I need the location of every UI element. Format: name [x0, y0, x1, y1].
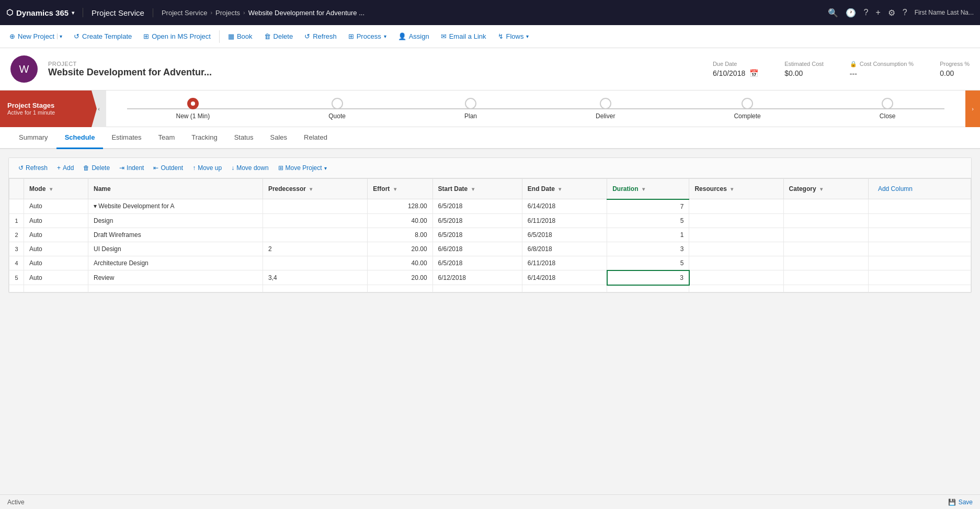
col-header-mode[interactable]: Mode ▾	[24, 179, 88, 199]
col-header-add-column[interactable]: Add Column	[868, 179, 971, 199]
stage-item-quote[interactable]: Quote	[328, 98, 346, 120]
col-header-effort[interactable]: Effort ▾	[368, 179, 432, 199]
cell-predecessor[interactable]	[263, 199, 367, 214]
cell-resources[interactable]	[689, 199, 783, 214]
cell-enddate[interactable]: 6/14/2018	[522, 270, 607, 285]
flows-button[interactable]: ↯ Flows ▾	[493, 30, 534, 43]
dynamics-brand[interactable]: ⬡ Dynamics 365 ▾	[6, 8, 83, 17]
delete-button[interactable]: 🗑 Delete	[259, 30, 299, 43]
refresh-button[interactable]: ↺ Refresh	[299, 30, 342, 43]
tab-schedule[interactable]: Schedule	[56, 127, 104, 149]
stage-item-close[interactable]: Close	[880, 98, 896, 120]
tab-summary[interactable]: Summary	[10, 127, 56, 149]
cell-resources[interactable]	[689, 213, 783, 228]
settings-icon[interactable]: ⚙	[888, 8, 895, 18]
table-row[interactable]: 2AutoDraft Wireframes8.006/5/20186/5/201…	[9, 228, 971, 242]
cell-duration[interactable]: 5	[607, 256, 689, 270]
sched-move-down-button[interactable]: ↓ Move down	[227, 162, 272, 174]
cell-mode[interactable]: Auto	[24, 228, 88, 242]
cell-startdate[interactable]: 6/5/2018	[432, 228, 522, 242]
stage-item-deliver[interactable]: Deliver	[596, 98, 615, 120]
cell-rownum[interactable]: 3	[9, 242, 24, 256]
sched-add-button[interactable]: + Add	[53, 162, 78, 174]
tab-estimates[interactable]: Estimates	[103, 127, 150, 149]
cell-name[interactable]: Review	[88, 270, 263, 285]
cell-rownum[interactable]	[9, 199, 24, 214]
cell-rownum[interactable]: 4	[9, 256, 24, 270]
cell-name[interactable]: Draft Wireframes	[88, 228, 263, 242]
cell-duration[interactable]: 5	[607, 213, 689, 228]
cell-mode[interactable]: Auto	[24, 199, 88, 214]
sched-outdent-button[interactable]: ⇤ Outdent	[149, 162, 187, 174]
resources-sort-icon[interactable]: ▾	[731, 186, 733, 192]
cell-enddate[interactable]: 6/8/2018	[522, 242, 607, 256]
cell-name[interactable]: ▾ Website Development for A	[88, 199, 263, 214]
cell-resources[interactable]	[689, 270, 783, 285]
tab-related[interactable]: Related	[295, 127, 336, 149]
cell-effort[interactable]: 40.00	[368, 256, 432, 270]
cell-addcol[interactable]	[868, 270, 971, 285]
cell-rownum[interactable]: 1	[9, 213, 24, 228]
cell-mode[interactable]: Auto	[24, 242, 88, 256]
mode-sort-icon[interactable]: ▾	[50, 186, 52, 192]
cell-effort[interactable]: 20.00	[368, 242, 432, 256]
sched-delete-button[interactable]: 🗑 Delete	[79, 162, 114, 174]
cell-enddate[interactable]: 6/11/2018	[522, 213, 607, 228]
cell-addcol[interactable]	[868, 213, 971, 228]
col-header-predecessor[interactable]: Predecessor ▾	[263, 179, 367, 199]
cell-addcol[interactable]	[868, 256, 971, 270]
create-template-button[interactable]: ↺ Create Template	[69, 30, 137, 43]
cell-category[interactable]	[783, 285, 868, 292]
cell-startdate[interactable]: 6/5/2018	[432, 199, 522, 214]
tab-status[interactable]: Status	[226, 127, 262, 149]
open-ms-project-button[interactable]: ⊞ Open in MS Project	[138, 30, 216, 43]
question-icon[interactable]: ?	[903, 8, 907, 17]
sched-indent-button[interactable]: ⇥ Indent	[115, 162, 148, 174]
cell-duration[interactable]	[607, 285, 689, 292]
search-icon[interactable]: 🔍	[828, 8, 838, 18]
table-row[interactable]: 3AutoUI Design220.006/6/20186/8/20183	[9, 242, 971, 256]
col-header-category[interactable]: Category ▾	[783, 179, 868, 199]
cell-mode[interactable]: Auto	[24, 256, 88, 270]
cell-predecessor[interactable]	[263, 256, 367, 270]
cell-category[interactable]	[783, 213, 868, 228]
help-icon[interactable]: ?	[863, 8, 868, 17]
stage-nav-right[interactable]: ›	[965, 91, 980, 127]
cell-startdate[interactable]: 6/5/2018	[432, 256, 522, 270]
table-row[interactable]: Auto▾ Website Development for A128.006/5…	[9, 199, 971, 214]
cell-addcol[interactable]	[868, 285, 971, 292]
col-header-resources[interactable]: Resources ▾	[689, 179, 783, 199]
cell-startdate[interactable]: 6/6/2018	[432, 242, 522, 256]
cell-enddate[interactable]	[522, 285, 607, 292]
effort-sort-icon[interactable]: ▾	[394, 186, 396, 192]
cell-name[interactable]: UI Design	[88, 242, 263, 256]
recent-icon[interactable]: 🕐	[846, 8, 856, 18]
stage-item-new[interactable]: New (1 Min)	[176, 98, 210, 120]
cell-category[interactable]	[783, 242, 868, 256]
sched-move-project-button[interactable]: ⊞ Move Project ▾	[274, 162, 331, 174]
book-button[interactable]: ▦ Book	[223, 30, 258, 43]
category-sort-icon[interactable]: ▾	[820, 186, 823, 192]
enddate-sort-icon[interactable]: ▾	[559, 186, 561, 192]
cell-name[interactable]: Design	[88, 213, 263, 228]
due-date-value[interactable]: 6/10/2018 📅	[713, 69, 758, 77]
new-project-dropdown-icon[interactable]: ▾	[57, 33, 62, 39]
new-project-button[interactable]: ⊕ New Project ▾	[4, 30, 67, 43]
table-row[interactable]: 1AutoDesign40.006/5/20186/11/20185	[9, 213, 971, 228]
table-row[interactable]	[9, 285, 971, 292]
col-header-duration[interactable]: Duration ▾	[607, 179, 689, 199]
cell-startdate[interactable]: 6/12/2018	[432, 270, 522, 285]
cell-resources[interactable]	[689, 242, 783, 256]
col-header-end-date[interactable]: End Date ▾	[522, 179, 607, 199]
cell-addcol[interactable]	[868, 228, 971, 242]
table-row[interactable]: 5AutoReview3,420.006/12/20186/14/20183	[9, 270, 971, 285]
cell-rownum[interactable]: 5	[9, 270, 24, 285]
predecessor-sort-icon[interactable]: ▾	[310, 186, 312, 192]
tab-tracking[interactable]: Tracking	[183, 127, 225, 149]
cell-mode[interactable]: Auto	[24, 270, 88, 285]
cell-duration[interactable]: 3	[607, 242, 689, 256]
cell-duration[interactable]: 1	[607, 228, 689, 242]
add-column-button[interactable]: Add Column	[874, 183, 917, 195]
cell-name[interactable]	[88, 285, 263, 292]
cell-mode[interactable]	[24, 285, 88, 292]
